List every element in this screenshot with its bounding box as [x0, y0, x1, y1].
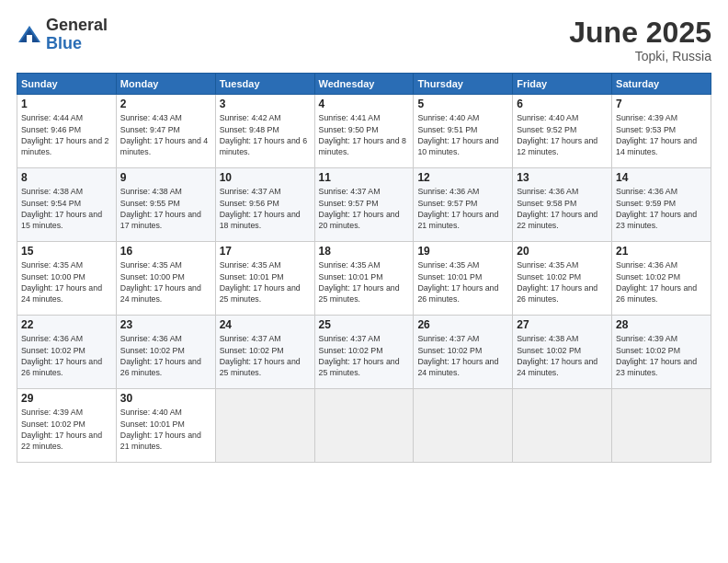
day-info: Sunrise: 4:37 AM Sunset: 10:02 PM Daylig…: [417, 333, 508, 378]
day-info: Sunrise: 4:36 AM Sunset: 9:59 PM Dayligh…: [616, 186, 707, 231]
sunset-label: Sunset: 10:01 PM: [417, 272, 482, 282]
table-row: 28 Sunrise: 4:39 AM Sunset: 10:02 PM Day…: [612, 316, 711, 389]
daylight-label: Daylight: 17 hours and 23 minutes.: [616, 210, 697, 230]
daylight-label: Daylight: 17 hours and 26 minutes.: [616, 283, 697, 304]
day-info: Sunrise: 4:40 AM Sunset: 10:01 PM Daylig…: [120, 407, 211, 452]
sunrise-label: Sunrise: 4:36 AM: [616, 260, 677, 270]
sunrise-label: Sunrise: 4:37 AM: [220, 187, 281, 196]
sunset-label: Sunset: 9:53 PM: [616, 125, 676, 134]
day-number: 4: [319, 98, 410, 110]
col-tuesday: Tuesday: [215, 74, 314, 95]
day-number: 10: [220, 171, 311, 184]
sunrise-label: Sunrise: 4:39 AM: [616, 334, 677, 343]
daylight-label: Daylight: 17 hours and 24 minutes.: [517, 357, 597, 377]
title-block: June 2025 Topki, Russia: [569, 17, 711, 63]
calendar-row: 1 Sunrise: 4:44 AM Sunset: 9:46 PM Dayli…: [17, 95, 711, 168]
table-row: 17 Sunrise: 4:35 AM Sunset: 10:01 PM Day…: [215, 242, 314, 316]
sunset-label: Sunset: 9:47 PM: [120, 125, 180, 134]
table-row: 26 Sunrise: 4:37 AM Sunset: 10:02 PM Day…: [414, 316, 513, 389]
sunrise-label: Sunrise: 4:36 AM: [120, 334, 182, 343]
sunset-label: Sunset: 10:02 PM: [220, 346, 284, 355]
daylight-label: Daylight: 17 hours and 22 minutes.: [517, 210, 597, 230]
col-monday: Monday: [116, 74, 215, 95]
daylight-label: Daylight: 17 hours and 25 minutes.: [220, 357, 301, 377]
day-info: Sunrise: 4:38 AM Sunset: 9:55 PM Dayligh…: [120, 186, 211, 231]
table-row: 30 Sunrise: 4:40 AM Sunset: 10:01 PM Day…: [116, 389, 215, 463]
sunset-label: Sunset: 9:57 PM: [319, 199, 379, 208]
sunrise-label: Sunrise: 4:43 AM: [120, 113, 182, 122]
day-info: Sunrise: 4:37 AM Sunset: 9:56 PM Dayligh…: [220, 186, 311, 231]
sunrise-label: Sunrise: 4:35 AM: [21, 260, 83, 270]
day-number: 14: [616, 171, 707, 184]
sunset-label: Sunset: 9:58 PM: [517, 199, 576, 208]
sunset-label: Sunset: 10:00 PM: [21, 272, 85, 282]
daylight-label: Daylight: 17 hours and 12 minutes.: [517, 136, 597, 156]
day-number: 6: [517, 98, 608, 110]
day-info: Sunrise: 4:37 AM Sunset: 10:02 PM Daylig…: [220, 333, 311, 378]
day-number: 22: [21, 318, 112, 331]
sunset-label: Sunset: 10:02 PM: [517, 346, 581, 355]
sunrise-label: Sunrise: 4:37 AM: [319, 334, 381, 343]
day-info: Sunrise: 4:36 AM Sunset: 9:57 PM Dayligh…: [417, 186, 508, 231]
sunset-label: Sunset: 9:54 PM: [21, 199, 81, 208]
sunrise-label: Sunrise: 4:39 AM: [21, 408, 83, 417]
sunset-label: Sunset: 10:00 PM: [120, 272, 185, 282]
daylight-label: Daylight: 17 hours and 23 minutes.: [616, 357, 697, 377]
day-number: 25: [319, 318, 410, 331]
daylight-label: Daylight: 17 hours and 24 minutes.: [120, 283, 201, 304]
day-info: Sunrise: 4:39 AM Sunset: 9:53 PM Dayligh…: [616, 112, 707, 157]
sunset-label: Sunset: 9:50 PM: [319, 125, 379, 134]
day-info: Sunrise: 4:38 AM Sunset: 10:02 PM Daylig…: [517, 333, 608, 378]
day-info: Sunrise: 4:36 AM Sunset: 10:02 PM Daylig…: [120, 333, 211, 378]
sunset-label: Sunset: 10:02 PM: [417, 346, 482, 355]
day-number: 5: [417, 98, 508, 110]
month-title: June 2025: [569, 17, 711, 49]
table-row: [612, 389, 711, 463]
daylight-label: Daylight: 17 hours and 2 minutes.: [21, 136, 108, 156]
daylight-label: Daylight: 17 hours and 15 minutes.: [21, 210, 102, 230]
sunrise-label: Sunrise: 4:35 AM: [319, 260, 381, 270]
daylight-label: Daylight: 17 hours and 18 minutes.: [220, 210, 301, 230]
calendar-row: 29 Sunrise: 4:39 AM Sunset: 10:02 PM Day…: [17, 389, 711, 463]
sunrise-label: Sunrise: 4:36 AM: [517, 187, 578, 196]
daylight-label: Daylight: 17 hours and 17 minutes.: [120, 210, 201, 230]
sunrise-label: Sunrise: 4:40 AM: [417, 113, 479, 122]
calendar-row: 15 Sunrise: 4:35 AM Sunset: 10:00 PM Day…: [17, 242, 711, 316]
logo: General Blue: [17, 17, 108, 53]
table-row: [513, 389, 612, 463]
sunrise-label: Sunrise: 4:37 AM: [319, 187, 381, 196]
day-number: 27: [517, 318, 608, 331]
day-number: 1: [21, 98, 112, 110]
logo-text: General Blue: [46, 17, 108, 53]
daylight-label: Daylight: 17 hours and 21 minutes.: [120, 431, 201, 451]
table-row: 29 Sunrise: 4:39 AM Sunset: 10:02 PM Day…: [17, 389, 117, 463]
day-info: Sunrise: 4:35 AM Sunset: 10:00 PM Daylig…: [21, 259, 112, 304]
day-info: Sunrise: 4:39 AM Sunset: 10:02 PM Daylig…: [21, 407, 112, 452]
table-row: 10 Sunrise: 4:37 AM Sunset: 9:56 PM Dayl…: [215, 168, 314, 242]
table-row: 9 Sunrise: 4:38 AM Sunset: 9:55 PM Dayli…: [116, 168, 215, 242]
table-row: [314, 389, 414, 463]
sunrise-label: Sunrise: 4:36 AM: [616, 187, 677, 196]
day-number: 13: [517, 171, 608, 184]
sunrise-label: Sunrise: 4:38 AM: [21, 187, 83, 196]
day-number: 30: [120, 392, 211, 405]
day-number: 16: [120, 245, 211, 258]
daylight-label: Daylight: 17 hours and 21 minutes.: [417, 210, 498, 230]
sunset-label: Sunset: 9:46 PM: [21, 125, 81, 134]
day-info: Sunrise: 4:37 AM Sunset: 9:57 PM Dayligh…: [319, 186, 410, 231]
svg-rect-2: [27, 35, 32, 42]
day-number: 3: [220, 98, 311, 110]
sunset-label: Sunset: 9:51 PM: [417, 125, 477, 134]
day-info: Sunrise: 4:35 AM Sunset: 10:01 PM Daylig…: [417, 259, 508, 304]
sunrise-label: Sunrise: 4:35 AM: [120, 260, 182, 270]
day-number: 9: [120, 171, 211, 184]
sunset-label: Sunset: 9:52 PM: [517, 125, 576, 134]
daylight-label: Daylight: 17 hours and 14 minutes.: [616, 136, 697, 156]
sunset-label: Sunset: 10:02 PM: [120, 346, 185, 355]
sunset-label: Sunset: 9:55 PM: [120, 199, 180, 208]
table-row: 13 Sunrise: 4:36 AM Sunset: 9:58 PM Dayl…: [513, 168, 612, 242]
day-number: 19: [417, 245, 508, 258]
col-sunday: Sunday: [17, 74, 117, 95]
day-number: 21: [616, 245, 707, 258]
logo-blue: Blue: [46, 35, 108, 53]
